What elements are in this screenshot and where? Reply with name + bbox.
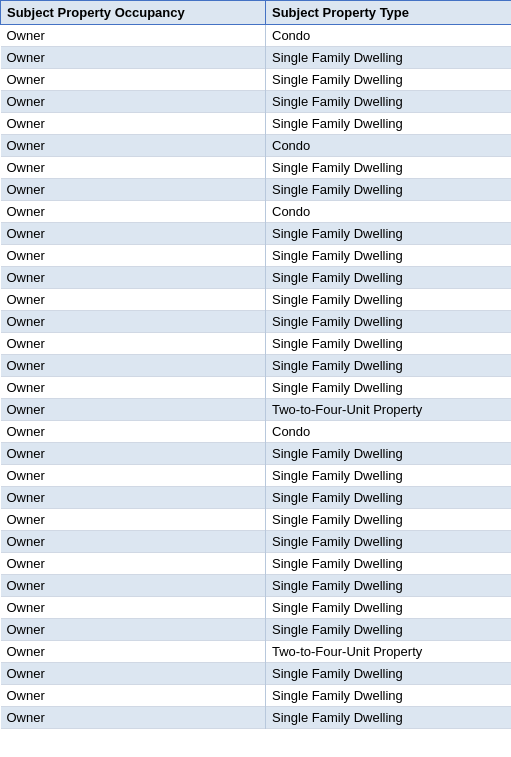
cell-occupancy: Owner (1, 663, 266, 685)
header-occupancy: Subject Property Occupancy (1, 1, 266, 25)
table-row: OwnerCondo (1, 135, 512, 157)
cell-type: Single Family Dwelling (266, 487, 512, 509)
table-row: OwnerSingle Family Dwelling (1, 509, 512, 531)
cell-occupancy: Owner (1, 685, 266, 707)
cell-type: Single Family Dwelling (266, 685, 512, 707)
cell-occupancy: Owner (1, 201, 266, 223)
cell-occupancy: Owner (1, 179, 266, 201)
cell-type: Single Family Dwelling (266, 333, 512, 355)
table-row: OwnerSingle Family Dwelling (1, 575, 512, 597)
cell-occupancy: Owner (1, 333, 266, 355)
cell-occupancy: Owner (1, 575, 266, 597)
cell-type: Single Family Dwelling (266, 91, 512, 113)
table-row: OwnerSingle Family Dwelling (1, 619, 512, 641)
cell-type: Single Family Dwelling (266, 289, 512, 311)
table-row: OwnerSingle Family Dwelling (1, 487, 512, 509)
table-row: OwnerCondo (1, 25, 512, 47)
table-row: OwnerSingle Family Dwelling (1, 597, 512, 619)
cell-occupancy: Owner (1, 399, 266, 421)
table-row: OwnerSingle Family Dwelling (1, 443, 512, 465)
cell-occupancy: Owner (1, 311, 266, 333)
table-row: OwnerSingle Family Dwelling (1, 179, 512, 201)
cell-type: Two-to-Four-Unit Property (266, 641, 512, 663)
cell-occupancy: Owner (1, 47, 266, 69)
table-row: OwnerSingle Family Dwelling (1, 267, 512, 289)
cell-occupancy: Owner (1, 641, 266, 663)
table-row: OwnerSingle Family Dwelling (1, 311, 512, 333)
table-row: OwnerSingle Family Dwelling (1, 531, 512, 553)
cell-occupancy: Owner (1, 223, 266, 245)
table-row: OwnerSingle Family Dwelling (1, 333, 512, 355)
cell-type: Single Family Dwelling (266, 157, 512, 179)
table-row: OwnerSingle Family Dwelling (1, 355, 512, 377)
table-row: OwnerSingle Family Dwelling (1, 707, 512, 729)
cell-type: Condo (266, 25, 512, 47)
cell-type: Single Family Dwelling (266, 355, 512, 377)
cell-type: Single Family Dwelling (266, 179, 512, 201)
cell-occupancy: Owner (1, 597, 266, 619)
cell-type: Single Family Dwelling (266, 465, 512, 487)
cell-occupancy: Owner (1, 355, 266, 377)
cell-type: Single Family Dwelling (266, 531, 512, 553)
cell-type: Condo (266, 421, 512, 443)
table-row: OwnerSingle Family Dwelling (1, 685, 512, 707)
table-row: OwnerTwo-to-Four-Unit Property (1, 399, 512, 421)
cell-type: Single Family Dwelling (266, 707, 512, 729)
table-row: OwnerSingle Family Dwelling (1, 69, 512, 91)
cell-type: Single Family Dwelling (266, 267, 512, 289)
cell-type: Single Family Dwelling (266, 245, 512, 267)
header-type: Subject Property Type (266, 1, 512, 25)
cell-type: Single Family Dwelling (266, 113, 512, 135)
cell-occupancy: Owner (1, 509, 266, 531)
cell-occupancy: Owner (1, 487, 266, 509)
table-row: OwnerTwo-to-Four-Unit Property (1, 641, 512, 663)
cell-occupancy: Owner (1, 377, 266, 399)
table-row: OwnerSingle Family Dwelling (1, 157, 512, 179)
cell-occupancy: Owner (1, 465, 266, 487)
cell-occupancy: Owner (1, 245, 266, 267)
data-table: Subject Property Occupancy Subject Prope… (0, 0, 511, 729)
cell-occupancy: Owner (1, 135, 266, 157)
cell-occupancy: Owner (1, 443, 266, 465)
cell-type: Condo (266, 135, 512, 157)
table-row: OwnerSingle Family Dwelling (1, 113, 512, 135)
cell-type: Condo (266, 201, 512, 223)
cell-occupancy: Owner (1, 113, 266, 135)
cell-type: Single Family Dwelling (266, 597, 512, 619)
cell-type: Single Family Dwelling (266, 575, 512, 597)
table-row: OwnerSingle Family Dwelling (1, 47, 512, 69)
cell-occupancy: Owner (1, 531, 266, 553)
table-row: OwnerSingle Family Dwelling (1, 377, 512, 399)
table-row: OwnerSingle Family Dwelling (1, 223, 512, 245)
cell-type: Single Family Dwelling (266, 311, 512, 333)
table-row: OwnerSingle Family Dwelling (1, 553, 512, 575)
cell-type: Single Family Dwelling (266, 619, 512, 641)
cell-type: Single Family Dwelling (266, 553, 512, 575)
table-row: OwnerSingle Family Dwelling (1, 465, 512, 487)
cell-occupancy: Owner (1, 707, 266, 729)
cell-occupancy: Owner (1, 91, 266, 113)
cell-occupancy: Owner (1, 553, 266, 575)
table-row: OwnerSingle Family Dwelling (1, 245, 512, 267)
cell-type: Two-to-Four-Unit Property (266, 399, 512, 421)
cell-occupancy: Owner (1, 69, 266, 91)
cell-occupancy: Owner (1, 421, 266, 443)
cell-occupancy: Owner (1, 289, 266, 311)
cell-occupancy: Owner (1, 157, 266, 179)
table-row: OwnerSingle Family Dwelling (1, 289, 512, 311)
table-row: OwnerSingle Family Dwelling (1, 663, 512, 685)
table-row: OwnerCondo (1, 201, 512, 223)
cell-occupancy: Owner (1, 619, 266, 641)
cell-type: Single Family Dwelling (266, 663, 512, 685)
cell-occupancy: Owner (1, 25, 266, 47)
cell-type: Single Family Dwelling (266, 509, 512, 531)
table-row: OwnerSingle Family Dwelling (1, 91, 512, 113)
cell-type: Single Family Dwelling (266, 223, 512, 245)
cell-type: Single Family Dwelling (266, 377, 512, 399)
cell-occupancy: Owner (1, 267, 266, 289)
cell-type: Single Family Dwelling (266, 443, 512, 465)
table-row: OwnerCondo (1, 421, 512, 443)
cell-type: Single Family Dwelling (266, 69, 512, 91)
cell-type: Single Family Dwelling (266, 47, 512, 69)
